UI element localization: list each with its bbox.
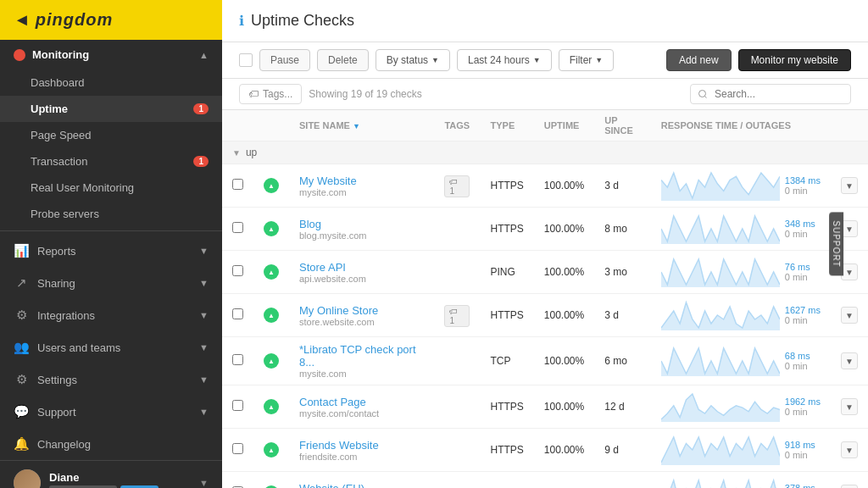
site-name[interactable]: Website (EU) <box>299 482 424 489</box>
sidebar-item-dashboard[interactable]: Dashboard <box>0 69 222 96</box>
owner-tag: OWNER <box>120 485 159 489</box>
logo-area: ◄ pingdom <box>0 0 222 40</box>
sidebar-item-label: Probe servers <box>31 208 99 220</box>
uptime-cell: 100.00% <box>534 294 594 337</box>
row-checkbox[interactable] <box>232 354 243 365</box>
support-chevron: ▼ <box>199 407 209 417</box>
status-up-icon <box>264 399 279 414</box>
page-title: Uptime Checks <box>251 12 354 30</box>
sidebar-item-reports[interactable]: 📊 Reports ▼ <box>0 235 222 267</box>
sidebar-item-changelog[interactable]: 🔔 Changelog <box>0 428 222 460</box>
changelog-icon: 🔔 <box>14 436 29 452</box>
settings-label: Settings <box>37 374 77 386</box>
group-label: up <box>246 147 257 158</box>
monitor-my-website-button[interactable]: Monitor my website <box>738 49 851 71</box>
outages: 0 min <box>785 229 815 239</box>
monitoring-label: Monitoring <box>32 48 89 61</box>
site-name[interactable]: Blog <box>299 218 424 230</box>
settings-chevron: ▼ <box>199 374 209 385</box>
sidebar-item-users-teams[interactable]: 👥 Users and teams ▼ <box>0 331 222 363</box>
sidebar-item-label: Uptime <box>31 103 68 115</box>
support-tab[interactable]: SUPPORT <box>829 212 843 275</box>
table-row: My Online Store store.website.com 🏷 1 HT… <box>222 294 868 337</box>
user-details: Diane PROFESSIONAL OWNER <box>49 471 159 489</box>
logo: ◄ pingdom <box>14 10 113 30</box>
sidebar-footer: Diane PROFESSIONAL OWNER ▼ <box>0 460 222 488</box>
outages: 0 min <box>785 450 815 460</box>
sidebar-item-probe-servers[interactable]: Probe servers <box>0 201 222 227</box>
delete-button[interactable]: Delete <box>317 49 369 71</box>
avatar <box>14 469 41 488</box>
table-row: *Librato TCP check port 8... mysite.com … <box>222 337 868 385</box>
site-name[interactable]: My Online Store <box>299 304 424 317</box>
tags-button[interactable]: 🏷 Tags... <box>239 84 302 104</box>
filter-bar: 🏷 Tags... Showing 19 of 19 checks <box>222 79 868 110</box>
site-name[interactable]: *Librato TCP check port 8... <box>299 343 424 369</box>
row-checkbox[interactable] <box>232 265 243 276</box>
group-collapse-icon[interactable]: ▼ <box>232 148 241 158</box>
up-since-cell: 3 d <box>594 164 651 208</box>
col-response-time: RESPONSE TIME / OUTAGES <box>651 110 868 141</box>
select-all-checkbox[interactable] <box>239 53 253 67</box>
row-checkbox[interactable] <box>232 308 243 319</box>
sidebar-item-sharing[interactable]: ↗ Sharing ▼ <box>0 267 222 299</box>
expand-row-button[interactable]: ▼ <box>841 307 858 324</box>
type-cell: HTTPS <box>480 472 533 489</box>
site-url: api.website.com <box>299 274 424 284</box>
site-name[interactable]: Contact Page <box>299 396 424 408</box>
site-url: store.website.com <box>299 317 424 327</box>
expand-row-button[interactable]: ▼ <box>841 177 858 194</box>
row-checkbox[interactable] <box>232 400 243 411</box>
status-up-icon <box>264 308 279 323</box>
col-tags: TAGS <box>434 110 480 141</box>
last-24-hours-button[interactable]: Last 24 hours ▼ <box>457 49 552 71</box>
sparkline <box>661 346 780 376</box>
user-chevron-icon[interactable]: ▼ <box>199 478 209 488</box>
sidebar-item-settings[interactable]: ⚙ Settings ▼ <box>0 363 222 396</box>
type-cell: HTTPS <box>480 208 533 251</box>
group-header-up: ▼ up <box>222 141 868 164</box>
expand-row-button[interactable]: ▼ <box>841 441 858 458</box>
type-cell: HTTPS <box>480 429 533 472</box>
up-since-cell: 12 d <box>594 385 651 429</box>
filter-button[interactable]: Filter ▼ <box>559 49 615 71</box>
row-checkbox[interactable] <box>232 222 243 233</box>
sidebar-item-transaction[interactable]: Transaction 1 <box>0 148 222 175</box>
sidebar-item-pagespeed[interactable]: Page Speed <box>0 122 222 148</box>
monitoring-section-header[interactable]: Monitoring ▲ <box>0 40 222 69</box>
expand-row-button[interactable]: ▼ <box>841 352 858 369</box>
add-new-button[interactable]: Add new <box>666 49 732 71</box>
last-24-caret: ▼ <box>533 56 541 64</box>
sort-icon: ▼ <box>353 122 360 130</box>
sidebar-item-integrations[interactable]: ⚙ Integrations ▼ <box>0 299 222 331</box>
site-name[interactable]: My Website <box>299 175 424 187</box>
pause-button[interactable]: Pause <box>259 49 310 71</box>
user-info: Diane PROFESSIONAL OWNER <box>14 469 159 488</box>
integrations-icon: ⚙ <box>14 308 29 323</box>
integrations-label: Integrations <box>37 309 95 322</box>
expand-row-button[interactable]: ▼ <box>841 398 858 415</box>
avatar-image <box>14 469 41 488</box>
site-name[interactable]: Friends Website <box>299 439 424 452</box>
by-status-button[interactable]: By status ▼ <box>376 49 450 71</box>
changelog-label: Changelog <box>37 438 91 451</box>
col-up-since: UP SINCE <box>594 110 651 141</box>
row-checkbox[interactable] <box>232 443 243 454</box>
row-checkbox[interactable] <box>232 179 243 190</box>
status-up-icon <box>264 178 279 193</box>
sidebar-item-rum[interactable]: Real User Monitoring <box>0 175 222 201</box>
sparkline <box>661 257 780 287</box>
search-input[interactable] <box>690 84 851 104</box>
reports-icon: 📊 <box>14 243 29 258</box>
col-status <box>253 110 289 141</box>
outages: 0 min <box>785 272 810 282</box>
sidebar-item-support[interactable]: 💬 Support ▼ <box>0 396 222 428</box>
site-name[interactable]: Store API <box>299 261 424 274</box>
expand-row-button[interactable]: ▼ <box>841 485 858 488</box>
up-since-cell: 8 mo <box>594 208 651 251</box>
col-site-name[interactable]: SITE NAME ▼ <box>289 110 434 141</box>
uptime-cell: 100.00% <box>534 429 594 472</box>
toolbar: Pause Delete By status ▼ Last 24 hours ▼… <box>222 42 868 79</box>
sidebar-item-uptime[interactable]: Uptime 1 <box>0 96 222 122</box>
status-up-icon <box>264 442 279 458</box>
